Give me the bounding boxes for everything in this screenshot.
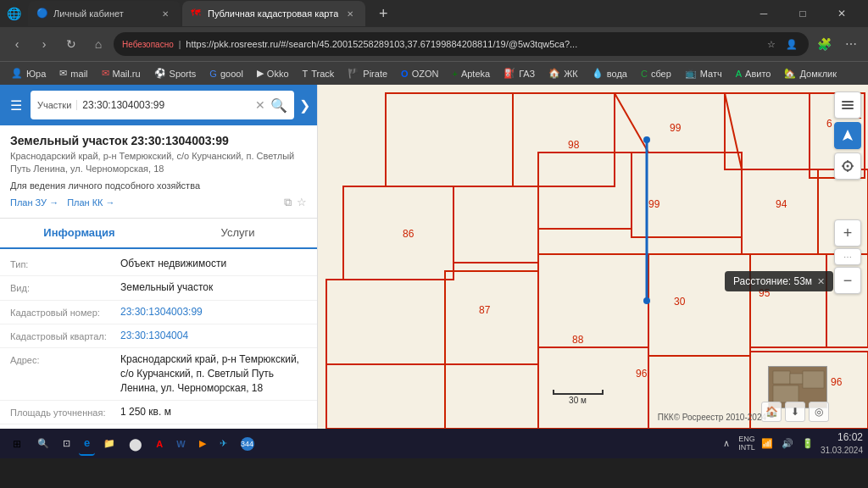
search-clear-button[interactable]: ✕ xyxy=(255,98,265,112)
maximize-button[interactable]: □ xyxy=(783,0,822,27)
geolocation-button[interactable]: ◎ xyxy=(809,402,829,422)
download-button[interactable]: ⬇ xyxy=(785,402,805,422)
navigate-icon xyxy=(841,129,854,142)
taskbar-chrome[interactable]: ⬤ xyxy=(124,432,147,456)
svg-text:6: 6 xyxy=(826,118,832,130)
row-value-cadastral[interactable]: 23:30:1304003:99 xyxy=(120,305,307,319)
search-input-container: Участки 23:30:1304003:99 ✕ 🔍 xyxy=(31,91,294,119)
bookmark-ozon[interactable]: O OZON xyxy=(395,64,444,83)
taskbar-word[interactable]: W xyxy=(171,432,190,456)
row-label-cadastral: Кадастровый номер: xyxy=(10,305,120,319)
content-area: ☰ Участки 23:30:1304003:99 ✕ 🔍 ❯ Земельн… xyxy=(0,85,868,429)
row-value-area: 1 250 кв. м xyxy=(120,405,307,419)
map-area[interactable]: 98 99 6 99 94 86 87 88 95 30 96 96 2 Рас… xyxy=(318,85,868,429)
title-bar: 🌐 🔵 Личный кабинет ✕ 🗺 Публичная кадастр… xyxy=(0,0,868,27)
word-icon: W xyxy=(176,439,185,449)
vlc-icon: ▶ xyxy=(199,438,206,449)
forward-button[interactable]: › xyxy=(32,32,56,56)
bookmark-mail[interactable]: ✉ mail xyxy=(53,64,93,83)
svg-rect-51 xyxy=(773,371,790,384)
volume-icon[interactable]: 🔊 xyxy=(780,436,795,452)
plan-kk-link[interactable]: План КК → xyxy=(67,196,114,209)
taskbar-explorer[interactable]: 📁 xyxy=(98,432,120,456)
tab-pkk[interactable]: 🗺 Публичная кадастровая карта ✕ xyxy=(182,1,365,26)
parcel-title: Земельный участок 23:30:1304003:99 xyxy=(10,134,307,147)
home-button[interactable]: ⌂ xyxy=(86,32,110,56)
start-button[interactable]: ⊞ xyxy=(5,432,29,456)
bookmark-pirate[interactable]: 🏴 Pirate xyxy=(342,64,393,83)
bookmark-okko[interactable]: ▶ Okko xyxy=(251,64,295,83)
star-icon[interactable]: ☆ xyxy=(763,36,780,53)
share-icon[interactable]: ⧉ xyxy=(284,196,292,209)
locate-button[interactable] xyxy=(834,152,861,180)
bookmark-sber[interactable]: С сбер xyxy=(635,64,677,83)
bookmark-domclick[interactable]: 🏡 Домклик xyxy=(778,64,843,83)
panel-collapse-button[interactable]: ❯ xyxy=(299,97,310,114)
taskbar: ⊞ 🔍 ⊡ e 📁 ⬤ A W ▶ ✈ 344 ∧ ENGINTL 📶 🔊 🔋 xyxy=(0,429,868,458)
scale-label: 30 м xyxy=(569,396,587,405)
tray-expand[interactable]: ∧ xyxy=(719,436,734,452)
menu-button[interactable]: ⋯ xyxy=(839,32,863,56)
taskbar-badge-item[interactable]: 344 xyxy=(236,432,259,456)
bookmark-icon[interactable]: ☆ xyxy=(297,196,307,209)
bookmark-yura[interactable]: 👤 Юра xyxy=(5,64,52,83)
taskbar-taskview[interactable]: ⊡ xyxy=(58,432,75,456)
search-go-button[interactable]: 🔍 xyxy=(270,97,287,114)
bookmark-google[interactable]: G goool xyxy=(203,64,248,83)
explorer-icon: 📁 xyxy=(103,438,115,449)
lang-indicator[interactable]: ENGINTL xyxy=(739,436,754,452)
row-value-address: Краснодарский край, р-н Темрюкский, с/о … xyxy=(120,352,307,395)
extensions-button[interactable]: 🧩 xyxy=(812,32,836,56)
tab-close-2[interactable]: ✕ xyxy=(343,7,357,20)
window-controls: ─ □ ✕ xyxy=(744,0,861,27)
tab-personal[interactable]: 🔵 Личный кабинет ✕ xyxy=(28,1,181,26)
taskbar-vlc[interactable]: ▶ xyxy=(194,432,211,456)
map-toolbar xyxy=(834,92,861,180)
tab-info-button[interactable]: Информация xyxy=(0,219,159,249)
bookmark-jk[interactable]: 🏠 ЖК xyxy=(542,64,584,83)
search-bar: ☰ Участки 23:30:1304003:99 ✕ 🔍 ❯ xyxy=(0,85,317,125)
refresh-button[interactable]: ↻ xyxy=(59,32,83,56)
bookmark-apteka[interactable]: + Apteka xyxy=(446,64,496,83)
new-tab-button[interactable]: + xyxy=(370,1,396,26)
taskbar-search[interactable]: 🔍 xyxy=(32,432,54,456)
address-box[interactable]: Небезопасно | https://pkk.rosreestr.ru/#… xyxy=(114,32,809,56)
taskbar-edge[interactable]: e xyxy=(79,432,95,456)
minimize-button[interactable]: ─ xyxy=(744,0,783,27)
zoom-out-button[interactable]: − xyxy=(834,267,861,294)
svg-text:96: 96 xyxy=(636,368,648,380)
bookmark-icon-jk: 🏠 xyxy=(548,68,560,79)
tab-services-button[interactable]: Услуги xyxy=(159,219,317,249)
bookmark-match[interactable]: 📺 Матч xyxy=(679,64,728,83)
zoom-controls: + ⋯ − xyxy=(834,219,861,294)
bookmark-mailru[interactable]: ✉ Mail.ru xyxy=(96,64,147,83)
taskbar-adobe[interactable]: A xyxy=(151,432,168,456)
plan-zu-link[interactable]: План ЗУ → xyxy=(10,196,58,209)
bookmark-icon-sports: ⚽ xyxy=(154,68,166,79)
back-button[interactable]: ‹ xyxy=(5,32,29,56)
bookmark-gas[interactable]: ⛽ ГАЗ xyxy=(498,64,541,83)
wifi-icon[interactable]: 📶 xyxy=(760,436,775,452)
tab-close-1[interactable]: ✕ xyxy=(159,7,172,20)
bookmark-icon-okko: ▶ xyxy=(257,68,264,79)
clock-date: 31.03.2024 xyxy=(821,445,863,456)
home-map-button[interactable]: 🏠 xyxy=(761,402,782,422)
taskbar-telegram[interactable]: ✈ xyxy=(214,432,232,456)
row-value-block[interactable]: 23:30:1304004 xyxy=(120,329,307,343)
layers-button[interactable] xyxy=(834,92,861,119)
search-value[interactable]: 23:30:1304003:99 xyxy=(82,99,250,111)
close-button[interactable]: ✕ xyxy=(822,0,861,27)
search-menu-button[interactable]: ☰ xyxy=(7,94,25,117)
navigate-button[interactable] xyxy=(834,122,861,149)
battery-icon[interactable]: 🔋 xyxy=(800,436,815,452)
distance-close-button[interactable]: ✕ xyxy=(817,276,825,287)
bookmark-track[interactable]: T Track xyxy=(297,64,341,83)
bookmark-avito[interactable]: A Авито xyxy=(730,64,777,83)
profile-icon[interactable]: 👤 xyxy=(783,36,800,53)
svg-rect-42 xyxy=(842,104,854,106)
bookmark-water[interactable]: 💧 вода xyxy=(586,64,633,83)
bookmark-sports[interactable]: ⚽ Sports xyxy=(148,64,203,83)
zoom-in-button[interactable]: + xyxy=(834,219,861,247)
svg-point-26 xyxy=(643,136,650,143)
taskbar-clock[interactable]: 16:02 31.03.2024 xyxy=(821,431,863,456)
